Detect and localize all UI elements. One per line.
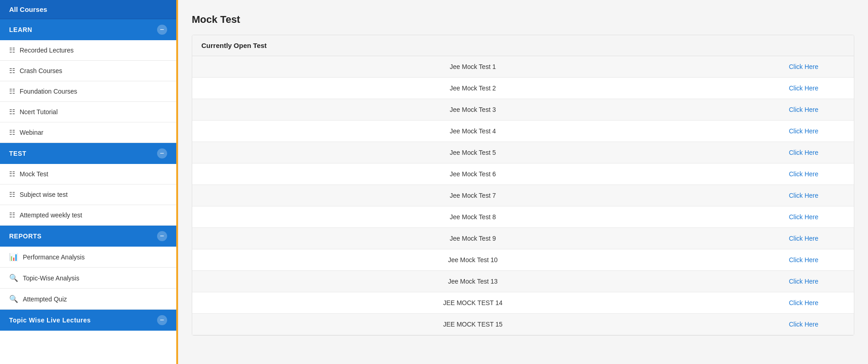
minus-icon-test: −	[160, 149, 164, 158]
table-row: Jee Mock Test 1Click Here	[192, 56, 854, 78]
test-action-cell: Click Here	[753, 256, 854, 264]
topic-live-label: Topic Wise Live Lectures	[9, 317, 91, 324]
click-here-link[interactable]: Click Here	[789, 278, 819, 285]
test-action-cell: Click Here	[753, 234, 854, 243]
test-name: JEE MOCK TEST 15	[192, 321, 753, 328]
topic-live-collapse-btn[interactable]: −	[157, 315, 167, 325]
recorded-lectures-label: Recorded Lectures	[20, 47, 74, 54]
test-section-label: TEST	[9, 150, 26, 157]
test-action-cell: Click Here	[753, 299, 854, 307]
main-content: Mock Test Currently Open Test Jee Mock T…	[178, 0, 868, 364]
chart-icon: 📊	[9, 253, 18, 261]
test-name: Jee Mock Test 13	[192, 278, 753, 285]
table-row: JEE MOCK TEST 15Click Here	[192, 314, 854, 335]
sidebar-item-attempted-weekly-test[interactable]: ☷ Attempted weekly test	[0, 205, 176, 226]
test-action-cell: Click Here	[753, 213, 854, 221]
content-card: Currently Open Test Jee Mock Test 1Click…	[192, 35, 854, 336]
click-here-link[interactable]: Click Here	[789, 63, 819, 70]
click-here-link[interactable]: Click Here	[789, 127, 819, 135]
test-action-cell: Click Here	[753, 320, 854, 328]
topic-wise-analysis-label: Topic-Wise Analysis	[23, 274, 79, 282]
click-here-link[interactable]: Click Here	[789, 235, 819, 242]
learn-section-label: LEARN	[9, 26, 32, 33]
table-row: Jee Mock Test 5Click Here	[192, 142, 854, 164]
sidebar-item-attempted-quiz[interactable]: 🔍 Attempted Quiz	[0, 289, 176, 310]
sidebar-item-topic-wise-analysis[interactable]: 🔍 Topic-Wise Analysis	[0, 268, 176, 289]
performance-analysis-label: Performance Analysis	[23, 253, 84, 261]
crash-courses-label: Crash Courses	[20, 67, 62, 74]
card-header: Currently Open Test	[192, 35, 854, 56]
click-here-link[interactable]: Click Here	[789, 106, 819, 113]
table-row: Jee Mock Test 2Click Here	[192, 78, 854, 99]
test-name: Jee Mock Test 4	[192, 127, 753, 135]
click-here-link[interactable]: Click Here	[789, 299, 819, 306]
click-here-link[interactable]: Click Here	[789, 321, 819, 328]
test-name: Jee Mock Test 7	[192, 192, 753, 199]
test-name: JEE MOCK TEST 14	[192, 299, 753, 306]
attempted-weekly-test-label: Attempted weekly test	[20, 211, 82, 219]
reports-section-label: REPORTS	[9, 232, 42, 240]
test-action-cell: Click Here	[753, 106, 854, 114]
document-icon: ☷	[9, 190, 15, 199]
document-icon: ☷	[9, 128, 15, 137]
sidebar-item-foundation-courses[interactable]: ☷ Foundation Courses	[0, 81, 176, 102]
test-name: Jee Mock Test 6	[192, 170, 753, 178]
test-action-cell: Click Here	[753, 191, 854, 200]
test-name: Jee Mock Test 10	[192, 256, 753, 264]
sidebar-all-courses[interactable]: All Courses	[0, 0, 176, 19]
test-action-cell: Click Here	[753, 277, 854, 285]
test-action-cell: Click Here	[753, 170, 854, 178]
test-name: Jee Mock Test 5	[192, 149, 753, 156]
table-row: Jee Mock Test 4Click Here	[192, 121, 854, 142]
mock-test-label: Mock Test	[20, 170, 48, 178]
document-icon: ☷	[9, 87, 15, 95]
test-name: Jee Mock Test 2	[192, 84, 753, 92]
document-icon: ☷	[9, 108, 15, 116]
search-icon: 🔍	[9, 274, 18, 282]
subject-wise-test-label: Subject wise test	[20, 191, 68, 198]
all-courses-label: All Courses	[9, 5, 47, 13]
learn-collapse-btn[interactable]: −	[157, 25, 167, 35]
sidebar-item-performance-analysis[interactable]: 📊 Performance Analysis	[0, 247, 176, 268]
table-row: Jee Mock Test 10Click Here	[192, 249, 854, 271]
document-icon: ☷	[9, 46, 15, 54]
sidebar-section-reports[interactable]: REPORTS −	[0, 226, 176, 247]
document-icon: ☷	[9, 211, 15, 219]
table-row: JEE MOCK TEST 14Click Here	[192, 292, 854, 314]
minus-icon-reports: −	[160, 232, 164, 240]
sidebar-item-ncert-tutorial[interactable]: ☷ Ncert Tutorial	[0, 102, 176, 122]
test-name: Jee Mock Test 3	[192, 106, 753, 113]
sidebar-section-topic-live[interactable]: Topic Wise Live Lectures −	[0, 310, 176, 331]
table-row: Jee Mock Test 13Click Here	[192, 271, 854, 292]
test-name: Jee Mock Test 1	[192, 63, 753, 70]
reports-collapse-btn[interactable]: −	[157, 231, 167, 241]
table-row: Jee Mock Test 6Click Here	[192, 164, 854, 185]
test-action-cell: Click Here	[753, 148, 854, 157]
click-here-link[interactable]: Click Here	[789, 84, 819, 92]
table-row: Jee Mock Test 3Click Here	[192, 99, 854, 121]
test-action-cell: Click Here	[753, 127, 854, 135]
sidebar: All Courses LEARN − ☷ Recorded Lectures …	[0, 0, 178, 364]
click-here-link[interactable]: Click Here	[789, 170, 819, 178]
click-here-link[interactable]: Click Here	[789, 213, 819, 221]
click-here-link[interactable]: Click Here	[789, 256, 819, 264]
test-name: Jee Mock Test 9	[192, 235, 753, 242]
search-icon-2: 🔍	[9, 295, 18, 303]
test-list: Jee Mock Test 1Click HereJee Mock Test 2…	[192, 56, 854, 335]
sidebar-item-crash-courses[interactable]: ☷ Crash Courses	[0, 61, 176, 81]
click-here-link[interactable]: Click Here	[789, 149, 819, 156]
page-title: Mock Test	[192, 14, 854, 26]
webinar-label: Webinar	[20, 129, 43, 136]
click-here-link[interactable]: Click Here	[789, 192, 819, 199]
sidebar-item-webinar[interactable]: ☷ Webinar	[0, 122, 176, 143]
sidebar-item-mock-test[interactable]: ☷ Mock Test	[0, 164, 176, 185]
document-icon: ☷	[9, 170, 15, 178]
ncert-tutorial-label: Ncert Tutorial	[20, 108, 58, 116]
document-icon: ☷	[9, 67, 15, 75]
sidebar-section-learn[interactable]: LEARN −	[0, 19, 176, 40]
sidebar-item-recorded-lectures[interactable]: ☷ Recorded Lectures	[0, 40, 176, 61]
sidebar-section-test[interactable]: TEST −	[0, 143, 176, 164]
foundation-courses-label: Foundation Courses	[20, 88, 77, 95]
sidebar-item-subject-wise-test[interactable]: ☷ Subject wise test	[0, 185, 176, 205]
test-collapse-btn[interactable]: −	[157, 148, 167, 158]
